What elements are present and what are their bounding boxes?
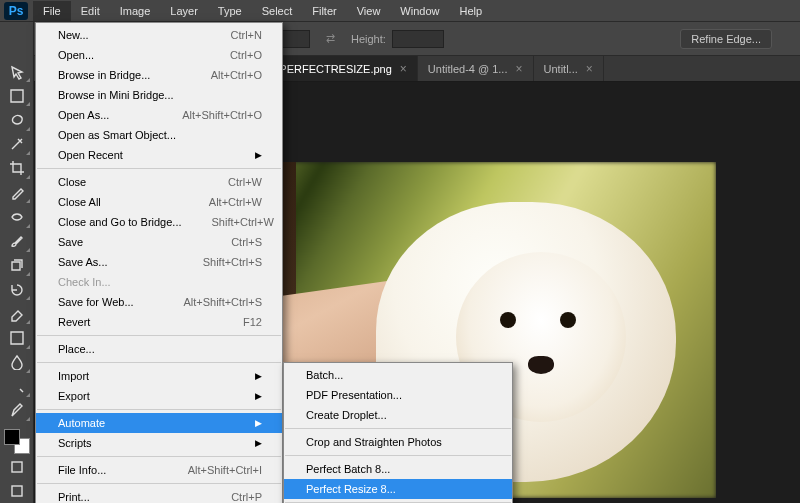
menu-select[interactable]: Select [252, 1, 303, 21]
file-menu-item[interactable]: Import▶ [36, 366, 282, 386]
file-menu-item[interactable]: Open As...Alt+Shift+Ctrl+O [36, 105, 282, 125]
automate-menu-item[interactable]: Crop and Straighten Photos [284, 432, 512, 452]
swap-icon[interactable]: ⇄ [326, 32, 335, 45]
magic-wand-tool[interactable] [3, 133, 31, 156]
menubar: FileEditImageLayerTypeSelectFilterViewWi… [0, 0, 800, 22]
menu-filter[interactable]: Filter [302, 1, 346, 21]
file-menu-item[interactable]: Browse in Bridge...Alt+Ctrl+O [36, 65, 282, 85]
color-swatches[interactable] [4, 429, 30, 454]
file-menu-item[interactable]: Export▶ [36, 386, 282, 406]
automate-menu-item[interactable]: PDF Presentation... [284, 385, 512, 405]
refine-edge-button[interactable]: Refine Edge... [680, 29, 772, 49]
menu-shortcut: Shift+Ctrl+S [203, 255, 262, 269]
menu-item-label: Import [58, 369, 89, 383]
close-icon[interactable]: × [400, 62, 407, 76]
menu-item-label: PDF Presentation... [306, 388, 402, 402]
document-tab[interactable]: Untitl...× [534, 56, 604, 81]
menu-item-label: File Info... [58, 463, 106, 477]
svg-rect-0 [12, 462, 22, 472]
menu-window[interactable]: Window [390, 1, 449, 21]
file-menu-item[interactable]: SaveCtrl+S [36, 232, 282, 252]
menu-shortcut: Alt+Shift+Ctrl+S [183, 295, 262, 309]
lasso-tool[interactable] [3, 108, 31, 131]
automate-menu-item[interactable]: Perfect Batch 8... [284, 459, 512, 479]
menu-shortcut: Ctrl+P [231, 490, 262, 503]
menu-item-label: Export [58, 389, 90, 403]
file-menu-item[interactable]: Close and Go to Bridge...Shift+Ctrl+W [36, 212, 282, 232]
healing-tool[interactable] [3, 205, 31, 228]
submenu-arrow-icon: ▶ [255, 436, 262, 450]
file-menu-item[interactable]: Save As...Shift+Ctrl+S [36, 252, 282, 272]
gradient-tool[interactable] [3, 326, 31, 349]
menu-shortcut: Ctrl+O [230, 48, 262, 62]
close-icon[interactable]: × [586, 62, 593, 76]
file-menu-item[interactable]: CloseCtrl+W [36, 172, 282, 192]
move-tool[interactable] [3, 60, 31, 83]
submenu-arrow-icon: ▶ [255, 148, 262, 162]
menu-separator [285, 455, 511, 456]
eyedropper-tool[interactable] [3, 181, 31, 204]
file-menu-item[interactable]: Save for Web...Alt+Shift+Ctrl+S [36, 292, 282, 312]
toolbox [0, 22, 34, 503]
menu-type[interactable]: Type [208, 1, 252, 21]
file-menu-item[interactable]: Scripts▶ [36, 433, 282, 453]
menu-edit[interactable]: Edit [71, 1, 110, 21]
automate-menu-item[interactable]: Batch... [284, 365, 512, 385]
menu-image[interactable]: Image [110, 1, 161, 21]
pen-tool[interactable] [3, 399, 31, 422]
marquee-tool[interactable] [3, 84, 31, 107]
history-brush-tool[interactable] [3, 278, 31, 301]
menu-item-label: Automate [58, 416, 105, 430]
menu-file[interactable]: File [33, 1, 71, 21]
file-menu-item[interactable]: Open Recent▶ [36, 145, 282, 165]
file-menu-item[interactable]: Print...Ctrl+P [36, 487, 282, 503]
clone-tool[interactable] [3, 254, 31, 277]
menu-separator [37, 483, 281, 484]
menu-separator [37, 409, 281, 410]
menu-shortcut: Ctrl+S [231, 235, 262, 249]
submenu-arrow-icon: ▶ [255, 389, 262, 403]
menu-item-label: Open... [58, 48, 94, 62]
menu-layer[interactable]: Layer [160, 1, 208, 21]
menu-item-label: Open as Smart Object... [58, 128, 176, 142]
menu-shortcut: Ctrl+W [228, 175, 262, 189]
file-menu-item[interactable]: Browse in Mini Bridge... [36, 85, 282, 105]
height-input[interactable] [392, 30, 444, 48]
file-menu-item[interactable]: Close AllAlt+Ctrl+W [36, 192, 282, 212]
crop-tool[interactable] [3, 157, 31, 180]
menu-view[interactable]: View [347, 1, 391, 21]
menu-separator [37, 362, 281, 363]
tab-label: Untitl... [544, 63, 578, 75]
document-tab[interactable]: PERFECTRESIZE.png× [269, 56, 418, 81]
file-menu-item[interactable]: RevertF12 [36, 312, 282, 332]
dodge-tool[interactable] [3, 375, 31, 398]
file-menu-item[interactable]: New...Ctrl+N [36, 25, 282, 45]
menu-item-label: Perfect Batch 8... [306, 462, 390, 476]
eraser-tool[interactable] [3, 302, 31, 325]
menu-item-label: Open As... [58, 108, 109, 122]
tab-label: PERFECTRESIZE.png [279, 63, 391, 75]
menu-help[interactable]: Help [449, 1, 492, 21]
quickmask-tool[interactable] [3, 455, 31, 478]
automate-menu-item[interactable]: Create Droplet... [284, 405, 512, 425]
automate-submenu: Batch...PDF Presentation...Create Drople… [283, 362, 513, 503]
file-menu-item[interactable]: Open as Smart Object... [36, 125, 282, 145]
menu-separator [37, 335, 281, 336]
menu-shortcut: Alt+Ctrl+W [209, 195, 262, 209]
menu-shortcut: F12 [243, 315, 262, 329]
blur-tool[interactable] [3, 351, 31, 374]
file-menu-item[interactable]: Place... [36, 339, 282, 359]
file-menu-item[interactable]: File Info...Alt+Shift+Ctrl+I [36, 460, 282, 480]
automate-menu-item[interactable]: Perfect Resize 8... [284, 479, 512, 499]
menu-item-label: Save for Web... [58, 295, 134, 309]
screenmode-tool[interactable] [3, 480, 31, 503]
file-menu-item[interactable]: Open...Ctrl+O [36, 45, 282, 65]
menu-separator [37, 168, 281, 169]
menu-item-label: Crop and Straighten Photos [306, 435, 442, 449]
document-tab[interactable]: Untitled-4 @ 1...× [418, 56, 534, 81]
close-icon[interactable]: × [516, 62, 523, 76]
brush-tool[interactable] [3, 230, 31, 253]
menu-shortcut: Alt+Shift+Ctrl+I [188, 463, 262, 477]
foreground-swatch[interactable] [4, 429, 20, 445]
file-menu-item[interactable]: Automate▶ [36, 413, 282, 433]
